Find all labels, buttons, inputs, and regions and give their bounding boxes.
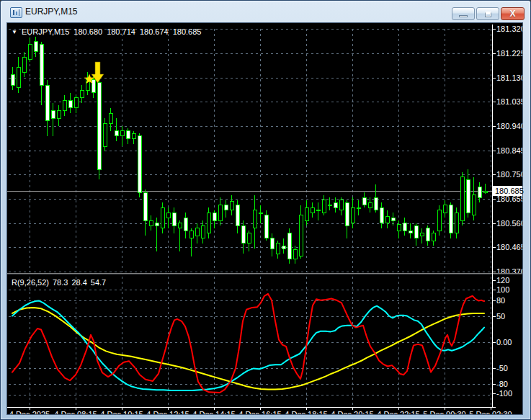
svg-text:4 Dec 12:15: 4 Dec 12:15 <box>146 410 189 414</box>
svg-text:181.225: 181.225 <box>496 49 522 58</box>
close-button[interactable]: X <box>501 7 525 20</box>
svg-text:4 Dec 08:15: 4 Dec 08:15 <box>54 410 97 414</box>
svg-text:4 Dec 16:15: 4 Dec 16:15 <box>238 410 281 414</box>
indicator-value-mid: 28.4 <box>71 278 86 287</box>
svg-text:4 Dec 20:15: 4 Dec 20:15 <box>331 410 373 414</box>
indicator-value-slow: 54.7 <box>91 278 106 287</box>
svg-text:80: 80 <box>496 296 505 305</box>
svg-text:4 Dec 18:15: 4 Dec 18:15 <box>285 410 327 414</box>
svg-text:5 Dec 00:30: 5 Dec 00:30 <box>423 410 465 414</box>
svg-text:-50: -50 <box>496 364 508 372</box>
chart-canvas[interactable]: 181.320181.225181.130181.035180.940180.8… <box>7 23 522 414</box>
svg-text:5 Dec 02:30: 5 Dec 02:30 <box>469 410 512 414</box>
indicator-line-fast-red <box>12 294 484 393</box>
svg-text:180.465: 180.465 <box>496 243 522 251</box>
restore-icon <box>485 12 491 17</box>
svg-text:180.560: 180.560 <box>496 219 522 228</box>
svg-text:180.845: 180.845 <box>496 146 522 155</box>
restore-button[interactable] <box>476 7 499 20</box>
svg-text:180.370: 180.370 <box>496 267 522 276</box>
svg-text:4 Dec 14:15: 4 Dec 14:15 <box>192 410 235 414</box>
window-frame: EURJPY,M15 X 181.320181.225181.130181.03… <box>0 0 531 420</box>
app-icon <box>10 7 22 18</box>
svg-text:100: 100 <box>496 285 509 294</box>
svg-text:-80: -80 <box>496 380 508 388</box>
chart-client-area: 181.320181.225181.130181.035180.940180.8… <box>6 22 523 415</box>
minimize-button[interactable] <box>452 7 475 20</box>
high-value: 180.714 <box>107 27 135 36</box>
close-icon: X <box>501 8 524 19</box>
svg-text:181.320: 181.320 <box>496 24 522 33</box>
svg-text:180.750: 180.750 <box>496 170 522 179</box>
svg-text:181.035: 181.035 <box>496 97 522 106</box>
svg-text:120: 120 <box>496 276 509 285</box>
svg-text:181.130: 181.130 <box>496 73 522 82</box>
svg-text:4 Dec 2025: 4 Dec 2025 <box>9 410 50 414</box>
symbol-label: EURJPY,M15 <box>22 27 69 36</box>
current-price-tag: 180.685 <box>493 186 522 196</box>
svg-text:180.940: 180.940 <box>496 122 522 130</box>
svg-text:4 Dec 22:15: 4 Dec 22:15 <box>377 410 419 414</box>
svg-text:4 Dec 10:15: 4 Dec 10:15 <box>100 410 143 414</box>
svg-text:50: 50 <box>496 312 505 321</box>
ohlc-header: ▼EURJPY,M15180.680180.714180.674180.685 <box>12 27 205 36</box>
titlebar[interactable]: EURJPY,M15 X <box>1 1 530 22</box>
minimize-icon <box>459 15 468 17</box>
indicator-value-fast: 78.3 <box>53 278 68 287</box>
svg-text:-100: -100 <box>496 389 512 398</box>
window-title: EURJPY,M15 <box>25 1 77 22</box>
collapse-chart-icon[interactable]: ▼ <box>12 29 17 35</box>
open-value: 180.680 <box>73 27 102 36</box>
svg-text:0.00: 0.00 <box>496 338 512 347</box>
close-value: 180.685 <box>173 27 202 36</box>
indicator-header: R(9,26,52)78.328.454.7 <box>12 278 110 287</box>
indicator-label: R(9,26,52) <box>12 278 49 287</box>
low-value: 180.674 <box>140 27 169 36</box>
